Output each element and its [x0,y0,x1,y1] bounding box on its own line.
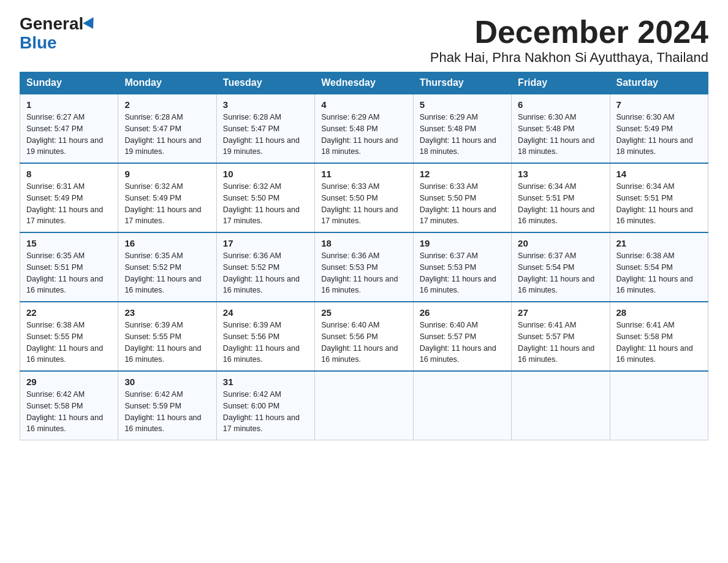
day-number: 6 [518,99,603,110]
calendar-cell: 28 Sunrise: 6:41 AMSunset: 5:58 PMDaylig… [610,302,708,371]
day-info: Sunrise: 6:34 AMSunset: 5:51 PMDaylight:… [518,182,594,225]
calendar-cell: 2 Sunrise: 6:28 AMSunset: 5:47 PMDayligh… [118,94,216,163]
day-number: 10 [223,169,308,179]
calendar-cell: 18 Sunrise: 6:36 AMSunset: 5:53 PMDaylig… [315,232,413,302]
logo-triangle-icon [83,17,99,32]
day-info: Sunrise: 6:42 AMSunset: 5:59 PMDaylight:… [124,390,201,433]
page-header: General Blue December 2024 Phak Hai, Phr… [20,15,708,66]
header-wednesday: Wednesday [315,72,413,94]
calendar-cell: 30 Sunrise: 6:42 AMSunset: 5:59 PMDaylig… [118,371,216,440]
calendar-cell: 24 Sunrise: 6:39 AMSunset: 5:56 PMDaylig… [216,302,314,371]
day-info: Sunrise: 6:39 AMSunset: 5:55 PMDaylight:… [124,321,201,364]
day-info: Sunrise: 6:35 AMSunset: 5:52 PMDaylight:… [124,251,201,294]
calendar-cell: 16 Sunrise: 6:35 AMSunset: 5:52 PMDaylig… [118,232,216,302]
calendar-cell: 15 Sunrise: 6:35 AMSunset: 5:51 PMDaylig… [20,232,118,302]
week-row-5: 29 Sunrise: 6:42 AMSunset: 5:58 PMDaylig… [20,371,708,440]
day-number: 12 [420,169,505,179]
day-info: Sunrise: 6:42 AMSunset: 6:00 PMDaylight:… [223,390,300,433]
day-number: 4 [321,99,406,110]
month-title: December 2024 [430,15,708,50]
day-number: 22 [26,307,112,318]
calendar-cell: 31 Sunrise: 6:42 AMSunset: 6:00 PMDaylig… [216,371,314,440]
day-number: 30 [124,377,210,387]
calendar-cell: 22 Sunrise: 6:38 AMSunset: 5:55 PMDaylig… [20,302,118,371]
title-block: December 2024 Phak Hai, Phra Nakhon Si A… [430,15,708,66]
day-info: Sunrise: 6:41 AMSunset: 5:58 PMDaylight:… [616,321,693,364]
calendar-cell [512,371,610,440]
day-info: Sunrise: 6:29 AMSunset: 5:48 PMDaylight:… [321,113,398,156]
day-info: Sunrise: 6:32 AMSunset: 5:50 PMDaylight:… [223,182,300,225]
day-info: Sunrise: 6:32 AMSunset: 5:49 PMDaylight:… [124,182,201,225]
logo-general: General [20,14,83,33]
day-number: 19 [420,238,505,248]
logo: General Blue [20,15,97,53]
day-info: Sunrise: 6:30 AMSunset: 5:49 PMDaylight:… [616,113,693,156]
calendar-cell [610,371,708,440]
calendar-cell: 20 Sunrise: 6:37 AMSunset: 5:54 PMDaylig… [512,232,610,302]
day-info: Sunrise: 6:38 AMSunset: 5:55 PMDaylight:… [26,321,103,364]
day-info: Sunrise: 6:38 AMSunset: 5:54 PMDaylight:… [616,251,693,294]
calendar-cell: 1 Sunrise: 6:27 AMSunset: 5:47 PMDayligh… [20,94,118,163]
day-number: 24 [223,307,308,318]
logo-top-row: General [20,15,97,34]
day-info: Sunrise: 6:31 AMSunset: 5:49 PMDaylight:… [26,182,103,225]
day-info: Sunrise: 6:27 AMSunset: 5:47 PMDaylight:… [26,113,103,156]
calendar-cell [413,371,511,440]
calendar-cell: 14 Sunrise: 6:34 AMSunset: 5:51 PMDaylig… [610,163,708,232]
day-number: 16 [124,238,210,248]
day-number: 3 [223,99,308,110]
day-number: 31 [223,377,308,387]
day-number: 2 [124,99,210,110]
calendar-cell: 7 Sunrise: 6:30 AMSunset: 5:49 PMDayligh… [610,94,708,163]
week-row-1: 1 Sunrise: 6:27 AMSunset: 5:47 PMDayligh… [20,94,708,163]
day-info: Sunrise: 6:33 AMSunset: 5:50 PMDaylight:… [420,182,496,225]
calendar-cell [315,371,413,440]
day-info: Sunrise: 6:41 AMSunset: 5:57 PMDaylight:… [518,321,594,364]
day-number: 11 [321,169,406,179]
day-info: Sunrise: 6:35 AMSunset: 5:51 PMDaylight:… [26,251,103,294]
calendar-cell: 10 Sunrise: 6:32 AMSunset: 5:50 PMDaylig… [216,163,314,232]
week-row-4: 22 Sunrise: 6:38 AMSunset: 5:55 PMDaylig… [20,302,708,371]
calendar-cell: 6 Sunrise: 6:30 AMSunset: 5:48 PMDayligh… [512,94,610,163]
header-friday: Friday [512,72,610,94]
week-row-3: 15 Sunrise: 6:35 AMSunset: 5:51 PMDaylig… [20,232,708,302]
logo-blue: Blue [20,33,57,52]
day-number: 25 [321,307,406,318]
day-number: 5 [420,99,505,110]
day-info: Sunrise: 6:42 AMSunset: 5:58 PMDaylight:… [26,390,103,433]
day-info: Sunrise: 6:28 AMSunset: 5:47 PMDaylight:… [124,113,201,156]
day-info: Sunrise: 6:36 AMSunset: 5:52 PMDaylight:… [223,251,300,294]
day-number: 7 [616,99,702,110]
calendar-cell: 13 Sunrise: 6:34 AMSunset: 5:51 PMDaylig… [512,163,610,232]
day-number: 27 [518,307,603,318]
calendar-cell: 29 Sunrise: 6:42 AMSunset: 5:58 PMDaylig… [20,371,118,440]
day-number: 29 [26,377,112,387]
day-number: 26 [420,307,505,318]
day-number: 18 [321,238,406,248]
logo-bottom-row: Blue [20,34,57,53]
calendar-cell: 3 Sunrise: 6:28 AMSunset: 5:47 PMDayligh… [216,94,314,163]
calendar-cell: 8 Sunrise: 6:31 AMSunset: 5:49 PMDayligh… [20,163,118,232]
day-info: Sunrise: 6:40 AMSunset: 5:57 PMDaylight:… [420,321,496,364]
day-info: Sunrise: 6:33 AMSunset: 5:50 PMDaylight:… [321,182,398,225]
week-row-2: 8 Sunrise: 6:31 AMSunset: 5:49 PMDayligh… [20,163,708,232]
calendar-cell: 25 Sunrise: 6:40 AMSunset: 5:56 PMDaylig… [315,302,413,371]
day-info: Sunrise: 6:37 AMSunset: 5:53 PMDaylight:… [420,251,496,294]
calendar-cell: 12 Sunrise: 6:33 AMSunset: 5:50 PMDaylig… [413,163,511,232]
calendar-table: SundayMondayTuesdayWednesdayThursdayFrid… [20,72,708,440]
day-number: 28 [616,307,702,318]
day-number: 15 [26,238,112,248]
day-number: 20 [518,238,603,248]
day-info: Sunrise: 6:40 AMSunset: 5:56 PMDaylight:… [321,321,398,364]
day-number: 1 [26,99,112,110]
calendar-cell: 9 Sunrise: 6:32 AMSunset: 5:49 PMDayligh… [118,163,216,232]
calendar-cell: 27 Sunrise: 6:41 AMSunset: 5:57 PMDaylig… [512,302,610,371]
day-number: 23 [124,307,210,318]
day-info: Sunrise: 6:37 AMSunset: 5:54 PMDaylight:… [518,251,594,294]
header-saturday: Saturday [610,72,708,94]
calendar-cell: 5 Sunrise: 6:29 AMSunset: 5:48 PMDayligh… [413,94,511,163]
header-sunday: Sunday [20,72,118,94]
day-info: Sunrise: 6:29 AMSunset: 5:48 PMDaylight:… [420,113,496,156]
calendar-cell: 26 Sunrise: 6:40 AMSunset: 5:57 PMDaylig… [413,302,511,371]
day-info: Sunrise: 6:30 AMSunset: 5:48 PMDaylight:… [518,113,594,156]
